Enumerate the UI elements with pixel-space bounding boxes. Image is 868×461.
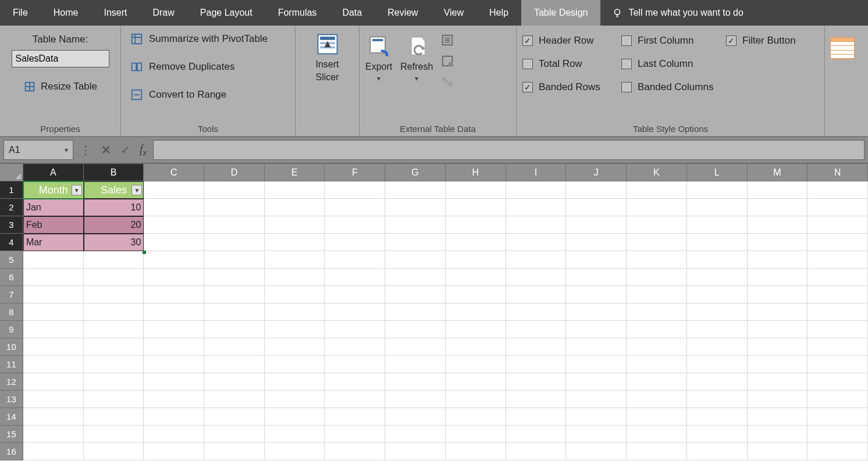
cell[interactable] — [204, 408, 265, 426]
resize-table-button[interactable]: Resize Table — [23, 80, 97, 93]
cell[interactable] — [446, 373, 506, 391]
cell[interactable] — [627, 234, 687, 251]
cell[interactable] — [144, 234, 204, 251]
cell[interactable] — [446, 321, 506, 338]
row-header[interactable]: 16 — [0, 443, 23, 460]
cell[interactable] — [204, 321, 265, 338]
more-button[interactable]: ⋮ — [76, 143, 95, 157]
convert-to-range-button[interactable]: Convert to Range — [130, 88, 289, 101]
cell[interactable] — [144, 269, 204, 286]
cell[interactable] — [807, 426, 868, 443]
cell[interactable] — [807, 391, 868, 408]
cell[interactable] — [84, 338, 144, 356]
cell[interactable] — [748, 408, 808, 426]
cell[interactable] — [687, 216, 748, 234]
cell[interactable] — [385, 199, 446, 216]
cell[interactable] — [566, 234, 627, 251]
cell[interactable] — [506, 181, 567, 199]
column-header[interactable]: H — [446, 164, 506, 181]
cell[interactable] — [144, 426, 204, 443]
column-header[interactable]: E — [265, 164, 325, 181]
cell[interactable] — [506, 286, 567, 303]
cell[interactable] — [566, 216, 627, 234]
cell[interactable] — [748, 391, 808, 408]
cell[interactable] — [446, 338, 506, 356]
cell[interactable]: Mar — [23, 234, 84, 251]
cell[interactable]: 10 — [84, 199, 144, 216]
cell[interactable] — [566, 338, 627, 356]
row-header[interactable]: 14 — [0, 408, 23, 426]
cell[interactable] — [265, 373, 325, 391]
cell[interactable] — [748, 286, 808, 303]
cell[interactable] — [204, 356, 265, 373]
cell[interactable] — [385, 391, 446, 408]
cell[interactable] — [385, 373, 446, 391]
cell[interactable] — [627, 426, 687, 443]
filter-dropdown-button[interactable]: ▼ — [131, 185, 142, 195]
checkbox-filter-button[interactable]: Filter Button — [726, 35, 819, 47]
cell[interactable] — [446, 408, 506, 426]
tab-data[interactable]: Data — [329, 0, 375, 26]
cell[interactable] — [807, 216, 868, 234]
cell[interactable] — [807, 181, 868, 199]
tab-draw[interactable]: Draw — [140, 0, 187, 26]
cell[interactable] — [446, 443, 506, 460]
column-header[interactable]: I — [506, 164, 567, 181]
cell[interactable] — [144, 216, 204, 234]
cell[interactable] — [385, 426, 446, 443]
cell[interactable] — [265, 443, 325, 460]
cell[interactable] — [204, 269, 265, 286]
cell[interactable] — [204, 426, 265, 443]
cell[interactable] — [506, 391, 567, 408]
cell[interactable] — [627, 408, 687, 426]
cell[interactable] — [506, 338, 567, 356]
cell[interactable] — [627, 269, 687, 286]
cell[interactable] — [265, 286, 325, 303]
cell[interactable] — [385, 356, 446, 373]
cell[interactable] — [506, 216, 567, 234]
cell[interactable] — [506, 408, 567, 426]
cell[interactable] — [23, 338, 84, 356]
column-header[interactable]: A — [23, 164, 84, 181]
refresh-button[interactable]: Refresh ▾ — [400, 34, 433, 83]
cell[interactable] — [446, 356, 506, 373]
filter-dropdown-button[interactable]: ▼ — [72, 185, 82, 195]
tab-formulas[interactable]: Formulas — [265, 0, 330, 26]
cell[interactable] — [807, 286, 868, 303]
cell[interactable] — [566, 286, 627, 303]
insert-slicer-button[interactable]: Insert Slicer — [315, 31, 340, 83]
cell[interactable] — [506, 443, 567, 460]
cell[interactable] — [807, 373, 868, 391]
cell[interactable] — [204, 303, 265, 321]
cell[interactable] — [84, 303, 144, 321]
row-header[interactable]: 8 — [0, 303, 23, 321]
cell[interactable] — [265, 321, 325, 338]
cell[interactable] — [84, 391, 144, 408]
cell[interactable] — [144, 443, 204, 460]
cell[interactable] — [446, 234, 506, 251]
cell[interactable] — [325, 269, 385, 286]
cell[interactable] — [265, 338, 325, 356]
cell[interactable] — [566, 356, 627, 373]
cell[interactable] — [627, 338, 687, 356]
cell[interactable] — [687, 321, 748, 338]
cell[interactable]: 20 — [84, 216, 144, 234]
cell[interactable] — [627, 443, 687, 460]
cell[interactable]: Month▼ — [23, 181, 84, 199]
cell[interactable] — [748, 216, 808, 234]
cell[interactable] — [807, 269, 868, 286]
open-in-browser-icon[interactable] — [441, 55, 454, 67]
cell[interactable] — [627, 181, 687, 199]
cell[interactable] — [687, 303, 748, 321]
cell[interactable] — [84, 426, 144, 443]
cell[interactable] — [627, 303, 687, 321]
cell[interactable] — [23, 303, 84, 321]
cell[interactable] — [204, 199, 265, 216]
cell[interactable] — [687, 234, 748, 251]
cell[interactable] — [84, 286, 144, 303]
cell[interactable] — [325, 286, 385, 303]
cell[interactable] — [566, 443, 627, 460]
cell[interactable] — [265, 408, 325, 426]
cell[interactable] — [325, 408, 385, 426]
cell[interactable] — [566, 303, 627, 321]
